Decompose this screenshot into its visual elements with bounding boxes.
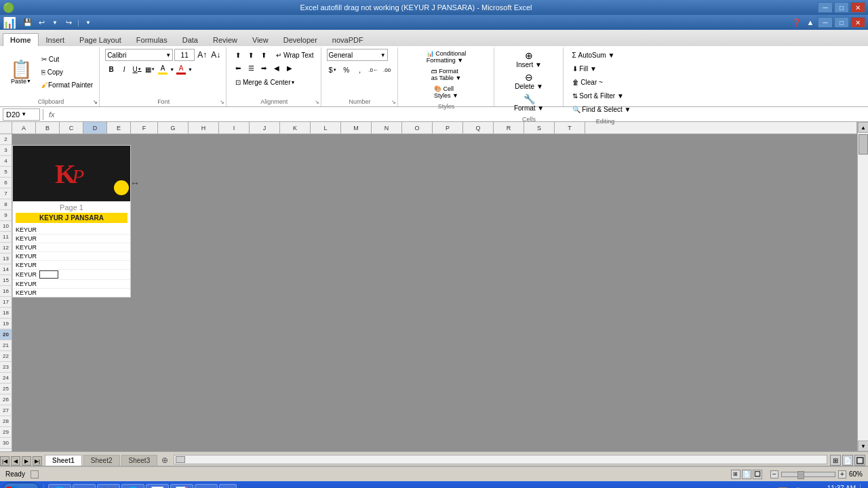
row-num-18[interactable]: 18: [0, 308, 12, 319]
row-num-7[interactable]: 7: [0, 188, 12, 199]
row-num-24[interactable]: 24: [0, 373, 12, 384]
row-num-15[interactable]: 15: [0, 275, 12, 286]
row-num-22[interactable]: 22: [0, 351, 12, 362]
taskbar-firefox-icon[interactable]: 🦊: [97, 484, 120, 488]
row-num-29[interactable]: 29: [0, 427, 12, 438]
autosum-button[interactable]: Σ AutoSum ▼: [569, 49, 618, 61]
zoom-in-button[interactable]: +: [838, 470, 846, 479]
taskbar-explorer-icon[interactable]: 📁: [73, 484, 96, 488]
row-num-17[interactable]: 17: [0, 297, 12, 308]
find-select-button[interactable]: 🔍 Find & Select ▼: [569, 103, 635, 115]
scroll-up-button[interactable]: ▲: [858, 122, 868, 133]
clear-button[interactable]: 🗑 Clear ~: [569, 76, 606, 88]
app-close-button[interactable]: ✕: [850, 17, 865, 28]
format-as-table-button[interactable]: 🗃 Formatas Table ▼: [428, 66, 465, 83]
fill-button[interactable]: ⬇ Fill ▼: [569, 62, 600, 75]
align-top-left-button[interactable]: ⬆: [232, 49, 244, 61]
scroll-thumb[interactable]: [859, 134, 868, 155]
sheet-nav-last[interactable]: ▶|: [33, 456, 42, 466]
row-num-4[interactable]: 4: [0, 156, 12, 167]
row-num-31[interactable]: 31: [0, 449, 12, 451]
col-header-C[interactable]: C: [60, 122, 83, 134]
font-color-button[interactable]: A: [175, 63, 187, 75]
show-desktop-button[interactable]: [860, 484, 863, 488]
font-size-decrease-button[interactable]: A↓: [210, 49, 222, 61]
sheet-nav-prev[interactable]: ◀: [11, 456, 20, 466]
row-num-14[interactable]: 14: [0, 264, 12, 275]
cell-reference-box[interactable]: D20 ▼: [3, 108, 40, 121]
horizontal-scrollbar[interactable]: [174, 455, 827, 464]
scroll-track[interactable]: [858, 133, 868, 441]
fill-color-dropdown[interactable]: ▼: [170, 67, 174, 72]
col-header-G[interactable]: G: [158, 122, 189, 134]
tab-data[interactable]: Data: [175, 33, 205, 46]
format-button[interactable]: 🔧 Format ▼: [511, 92, 547, 113]
tab-view[interactable]: View: [245, 33, 276, 46]
data-row[interactable]: KEYUR: [13, 252, 130, 261]
percent-button[interactable]: %: [340, 64, 353, 76]
zoom-level[interactable]: 60%: [849, 470, 863, 478]
col-header-H[interactable]: H: [189, 122, 219, 134]
align-left-button[interactable]: ⬅: [232, 62, 244, 74]
decrease-decimal-button[interactable]: .0←: [368, 64, 380, 76]
border-button[interactable]: ▦▼: [144, 63, 156, 75]
col-header-D[interactable]: D: [83, 122, 107, 134]
sheet-nav-next[interactable]: ▶: [22, 456, 31, 466]
fill-color-button[interactable]: A: [157, 63, 169, 75]
row-num-9[interactable]: 9: [0, 210, 12, 221]
page-layout-btn-status[interactable]: 📄: [742, 470, 751, 479]
col-header-K[interactable]: K: [280, 122, 311, 134]
tab-novapdf[interactable]: novaPDF: [325, 33, 371, 46]
help-button[interactable]: ❓: [791, 16, 803, 28]
conditional-formatting-button[interactable]: 📊 ConditionalFormatting ▼: [423, 49, 470, 65]
font-dialog-icon[interactable]: ↘: [220, 99, 224, 105]
ribbon-minimize-button[interactable]: ▲: [804, 16, 816, 28]
scroll-down-button[interactable]: ▼: [858, 441, 868, 451]
start-button[interactable]: Start: [3, 483, 39, 488]
row-num-8[interactable]: 8: [0, 199, 12, 210]
taskbar-excel-icon[interactable]: 📊: [146, 484, 169, 488]
comma-button[interactable]: ,: [354, 64, 366, 76]
row-num-20[interactable]: 20: [0, 329, 12, 340]
align-center-button[interactable]: ☰: [245, 62, 257, 74]
underline-button[interactable]: U▼: [131, 63, 143, 75]
zoom-slider[interactable]: [781, 472, 835, 477]
italic-button[interactable]: I: [118, 63, 130, 75]
delete-button[interactable]: ⊖ Delete ▼: [511, 70, 547, 92]
insert-button[interactable]: ⊕ Insert ▼: [511, 49, 547, 70]
data-row[interactable]: KEYUR: [13, 226, 130, 235]
save-qa-button[interactable]: 💾: [22, 16, 34, 28]
col-header-S[interactable]: S: [524, 122, 555, 134]
tab-insert[interactable]: Insert: [39, 33, 73, 46]
col-header-A[interactable]: A: [12, 122, 36, 134]
tab-sheet3[interactable]: Sheet3: [121, 455, 158, 466]
redo-qa-button[interactable]: ↪: [62, 16, 75, 28]
formula-input[interactable]: [60, 108, 865, 121]
row-num-10[interactable]: 10: [0, 221, 12, 232]
app-restore-button[interactable]: □: [834, 17, 849, 28]
row-num-19[interactable]: 19: [0, 319, 12, 329]
cell-ref-dropdown[interactable]: ▼: [21, 111, 26, 117]
minimize-button[interactable]: ─: [818, 2, 833, 13]
row-num-25[interactable]: 25: [0, 384, 12, 394]
paste-button[interactable]: 📋 Paste ▼: [5, 54, 37, 92]
taskbar-chrome-icon[interactable]: 🌐: [121, 484, 144, 488]
tab-developer[interactable]: Developer: [276, 33, 325, 46]
col-header-O[interactable]: O: [402, 122, 433, 134]
col-header-F[interactable]: F: [131, 122, 158, 134]
row-num-13[interactable]: 13: [0, 253, 12, 264]
app-minimize-button[interactable]: ─: [818, 17, 833, 28]
number-format-dropdown-icon[interactable]: ▼: [380, 52, 386, 58]
data-row[interactable]: KEYUR: [13, 261, 130, 270]
row-num-3[interactable]: 3: [0, 145, 12, 156]
col-header-N[interactable]: N: [372, 122, 402, 134]
bold-button[interactable]: B: [105, 63, 117, 75]
sort-filter-button[interactable]: ⇅ Sort & Filter ▼: [569, 89, 627, 102]
clipboard-dialog-icon[interactable]: ↘: [93, 99, 98, 105]
data-row[interactable]: KEYUR: [13, 280, 130, 289]
taskbar-media-icon[interactable]: ▶: [219, 484, 237, 488]
row-num-26[interactable]: 26: [0, 394, 12, 405]
zoom-out-button[interactable]: −: [770, 470, 778, 479]
undo-dropdown-button[interactable]: ▼: [49, 16, 61, 28]
copy-button[interactable]: ⎘ Copy: [38, 66, 96, 79]
